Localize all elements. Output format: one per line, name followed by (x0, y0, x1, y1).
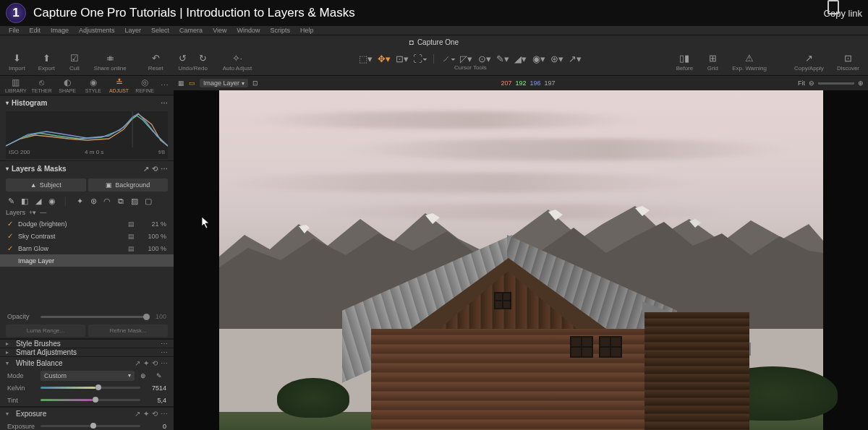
panel-more-icon[interactable]: ⋯ (161, 165, 168, 173)
panel-more-icon[interactable]: ⋯ (161, 410, 168, 418)
check-icon[interactable]: ✓ (7, 220, 14, 228)
remove-layer-icon[interactable]: — (40, 209, 46, 216)
tint-slider[interactable] (41, 399, 140, 401)
panel-action-icon[interactable]: ⟲ (152, 359, 158, 367)
mask-invert-icon[interactable]: ⧉ (116, 196, 126, 206)
mask-fill-icon[interactable]: ▨ (129, 196, 140, 206)
mask-clear-icon[interactable]: ▢ (143, 196, 153, 206)
autoadjust-icon[interactable]: ✧· (231, 53, 244, 64)
panel-more-icon[interactable]: ⋯ (161, 359, 168, 367)
zoom-slider[interactable] (818, 82, 854, 85)
viewer-single-icon[interactable]: ▭ (189, 79, 195, 87)
cursor-tool-arrow[interactable]: ↗▾ (569, 53, 582, 64)
menu-scripts[interactable]: Scripts (271, 27, 291, 34)
panel-more-icon[interactable]: ⋯ (161, 340, 168, 348)
viewer-mode-icon[interactable]: ▦ (178, 79, 184, 87)
menu-help[interactable]: Help (300, 27, 314, 34)
image-viewport[interactable] (219, 90, 823, 430)
cull-icon[interactable]: ☑ (68, 53, 81, 64)
cursor-tool-loupe[interactable]: ⊡▾ (396, 53, 409, 64)
mask-linear-icon[interactable]: ◢ (33, 196, 43, 206)
mask-magic-icon[interactable]: ✦ (75, 196, 85, 206)
tint-value[interactable]: 5,4 (146, 397, 166, 404)
cursor-tool-radial[interactable]: ◉▾ (532, 53, 545, 64)
zoom-out-icon[interactable]: ⊖ (809, 79, 814, 87)
layer-row[interactable]: ✓Dodge (brighten)▤21 % (0, 218, 174, 230)
slider-handle[interactable] (95, 384, 101, 390)
expwarn-icon[interactable]: ⚠ (743, 53, 756, 64)
viewer-layer-select[interactable]: Image Layer▾ (200, 79, 248, 87)
panel-smartadjust[interactable]: ▸Smart Adjustments⋯ (0, 348, 174, 356)
cursor-tool-heal[interactable]: ⊛▾ (550, 53, 563, 64)
menu-adjustments[interactable]: Adjustments (79, 27, 115, 34)
exposure-value[interactable]: 0 (146, 423, 166, 430)
chevron-down-icon[interactable]: ▾ (6, 165, 9, 172)
opacity-slider[interactable] (41, 316, 150, 318)
grid-icon[interactable]: ⊞ (706, 53, 719, 64)
cursor-tool-brush[interactable]: ✎▾ (496, 53, 509, 64)
zoom-in-icon[interactable]: ⊕ (858, 79, 864, 87)
panel-exposure[interactable]: ▾Exposure↗✦⟲⋯ (0, 407, 174, 420)
layer-row[interactable]: ✓Barn Glow▤100 % (0, 242, 174, 254)
tab-refine[interactable]: ◎REFINE (132, 76, 158, 95)
chevron-down-icon[interactable]: ▾ (6, 100, 9, 106)
slider-handle[interactable] (93, 397, 98, 403)
subject-button[interactable]: ▲Subject (6, 179, 86, 192)
cursor-tool-keystone[interactable]: ◸▾ (460, 53, 473, 64)
import-icon[interactable]: ⬇ (10, 53, 23, 64)
reset-icon[interactable]: ↶ (149, 53, 162, 64)
copyapply-icon[interactable]: ↗ (802, 53, 815, 64)
tab-adjust[interactable]: ≛ADJUST (106, 76, 132, 95)
redo-icon[interactable]: ↻ (197, 53, 210, 64)
add-layer-icon[interactable]: +▾ (29, 209, 36, 216)
wb-picker2-icon[interactable]: ✎ (156, 372, 166, 379)
slider-handle[interactable] (90, 423, 96, 429)
before-icon[interactable]: ▯▮ (678, 53, 691, 64)
check-icon[interactable]: ✓ (7, 244, 14, 252)
mask-eraser-icon[interactable]: ◧ (20, 196, 30, 206)
mask-thumb-icon[interactable]: ▤ (128, 245, 137, 252)
panel-more-icon[interactable]: ⋯ (161, 99, 168, 107)
proof-icon[interactable]: ⊡ (252, 79, 258, 87)
cursor-tool-gradient[interactable]: ◢▾ (514, 53, 527, 64)
panel-whitebalance[interactable]: ▾White Balance↗✦⟲⋯ (0, 356, 174, 369)
menu-window[interactable]: Window (237, 27, 260, 34)
share-icon[interactable]: ⩨ (103, 53, 116, 64)
wb-mode-select[interactable]: Custom▾ (41, 371, 135, 381)
panel-stylebrushes[interactable]: ▸Style Brushes⋯ (0, 339, 174, 348)
tab-style[interactable]: ◉STYLE (80, 76, 106, 95)
export-icon[interactable]: ⬆ (40, 53, 53, 64)
panel-more-icon[interactable]: ⋯ (161, 348, 168, 356)
refine-mask-button[interactable]: Refine Mask... (88, 324, 168, 337)
wb-picker-icon[interactable]: ⊕ (140, 372, 150, 379)
panel-action-icon[interactable]: ✦ (143, 359, 149, 367)
youtube-channel-logo[interactable]: 1 (6, 3, 26, 23)
zoom-fit-label[interactable]: Fit (798, 79, 805, 87)
background-button[interactable]: ▣Background (88, 179, 169, 192)
discover-icon[interactable]: ⊡ (841, 53, 854, 64)
panel-action-2-icon[interactable]: ⟲ (152, 165, 158, 173)
panel-action-icon[interactable]: ↗ (135, 410, 140, 418)
menu-edit[interactable]: Edit (30, 27, 41, 34)
menu-layer[interactable]: Layer (125, 27, 142, 34)
menu-select[interactable]: Select (151, 27, 169, 34)
menu-image[interactable]: Image (51, 27, 69, 34)
tab-library[interactable]: ▥LIBRARY (3, 76, 29, 95)
mask-brush-icon[interactable]: ✎ (6, 196, 16, 206)
menu-view[interactable]: View (213, 27, 226, 34)
panel-action-icon[interactable]: ✦ (143, 410, 149, 418)
panel-action-icon[interactable]: ⟲ (152, 410, 158, 418)
tab-shape[interactable]: ◐SHAPE (54, 76, 80, 95)
panel-action-1-icon[interactable]: ↗ (143, 165, 149, 173)
copy-link-icon[interactable] (827, 0, 839, 14)
mask-radial-icon[interactable]: ◉ (47, 196, 57, 206)
mask-heal-icon[interactable]: ⊛ (88, 196, 98, 206)
mask-thumb-icon[interactable]: ▤ (128, 220, 137, 228)
layer-row[interactable]: Image Layer (0, 254, 174, 267)
kelvin-slider[interactable] (41, 387, 140, 389)
tabs-more-icon[interactable]: ⋯ (158, 81, 171, 90)
menu-file[interactable]: File (9, 27, 20, 34)
mask-feather-icon[interactable]: ◠ (102, 196, 112, 206)
mask-thumb-icon[interactable]: ▤ (128, 233, 137, 240)
layer-row[interactable]: ✓Sky Contrast▤100 % (0, 230, 174, 242)
